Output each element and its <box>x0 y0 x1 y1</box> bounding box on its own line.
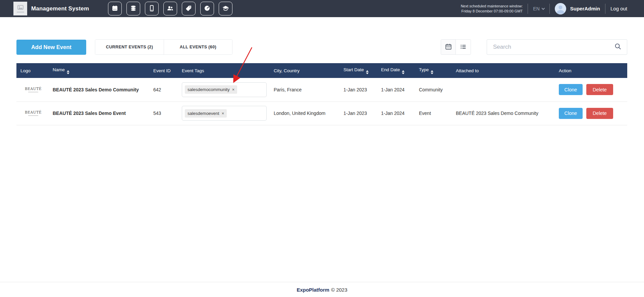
add-new-event-button[interactable]: Add New Event <box>16 40 86 55</box>
clone-button[interactable]: Clone <box>559 84 583 95</box>
mobile-icon <box>148 5 155 13</box>
delete-button[interactable]: Delete <box>586 84 613 95</box>
event-name: BEAUTÉ 2023 Sales Demo Event <box>49 101 149 125</box>
logo-cell: BEAUTÉ <box>16 101 49 125</box>
tab-current-events[interactable]: CURRENT EVENTS (2) <box>95 40 164 54</box>
tag-label: salesdemoevent <box>187 111 219 116</box>
language-selector[interactable]: EN <box>533 6 544 11</box>
column-header-logo: Logo <box>16 63 49 78</box>
end-date: 1-Jan 2024 <box>377 78 415 101</box>
sort-icon[interactable] <box>366 70 369 74</box>
events-toolbar: Add New Event CURRENT EVENTS (2) ALL EVE… <box>16 39 627 55</box>
event-tags-cell: salesdemocommunity × <box>178 78 270 101</box>
tag-icon <box>185 5 192 13</box>
event-type: Event <box>415 101 452 125</box>
calendar-view-icon <box>445 43 452 51</box>
no-image-icon <box>17 5 23 11</box>
delete-button[interactable]: Delete <box>586 108 613 119</box>
nav-speedometer-button[interactable] <box>200 2 214 15</box>
column-header-end-date[interactable]: End Date <box>377 63 415 78</box>
maintenance-line2: Friday 8 December 07:00-09:00 GMT <box>461 9 523 14</box>
start-date: 1-Jan 2023 <box>339 101 377 125</box>
event-name: BEAUTÉ 2023 Sales Demo Community <box>49 78 149 101</box>
event-logo-tagline <box>28 92 38 92</box>
navbar-right: Next scheduled maintenance window: Frida… <box>461 3 627 14</box>
events-tabs: CURRENT EVENTS (2) ALL EVENTS (60) <box>95 39 232 55</box>
event-logo: BEAUTÉ <box>20 111 46 114</box>
sort-icon[interactable] <box>402 70 405 74</box>
nav-mobile-button[interactable] <box>145 2 159 15</box>
app-logo-placeholder[interactable] <box>13 2 27 15</box>
nav-users-button[interactable] <box>163 2 177 15</box>
language-label: EN <box>533 6 539 11</box>
city-country: Paris, France <box>270 78 339 101</box>
event-logo: BEAUTÉ <box>20 87 46 91</box>
divider <box>549 4 550 14</box>
tag-label: salesdemocommunity <box>187 87 230 92</box>
footer-copyright: © 2023 <box>331 287 347 293</box>
event-type: Community <box>415 78 452 101</box>
app-title: Management System <box>31 5 89 12</box>
action-cell: Clone Delete <box>555 101 627 125</box>
nav-tag-button[interactable] <box>182 2 196 15</box>
clone-button[interactable]: Clone <box>559 108 583 119</box>
nav-calendar-button[interactable] <box>108 2 122 15</box>
speedometer-icon <box>204 5 211 13</box>
search-input[interactable] <box>492 43 614 51</box>
event-id: 642 <box>149 78 178 101</box>
remove-tag-icon[interactable]: × <box>232 87 235 92</box>
divider <box>605 4 605 14</box>
remove-tag-icon[interactable]: × <box>222 111 224 116</box>
nav-database-button[interactable] <box>126 2 140 15</box>
maintenance-line1: Next scheduled maintenance window: <box>461 4 523 9</box>
event-logo-tagline <box>28 115 38 116</box>
column-header-name[interactable]: Name <box>49 63 149 78</box>
graduation-cap-icon <box>222 5 229 13</box>
logo-caption-bar <box>17 12 24 12</box>
page-footer: ExpoPlatform © 2023 <box>0 282 644 297</box>
list-view-button[interactable] <box>456 40 471 54</box>
tab-all-events[interactable]: ALL EVENTS (60) <box>164 40 232 54</box>
column-header-action: Action <box>555 63 627 78</box>
footer-brand: ExpoPlatform <box>297 287 329 293</box>
action-cell: Clone Delete <box>555 78 627 101</box>
attached-to <box>452 78 555 101</box>
column-header-type[interactable]: Type <box>415 63 452 78</box>
main-nav <box>108 2 232 15</box>
list-view-icon <box>460 43 467 51</box>
tag-chip: salesdemoevent × <box>185 109 227 118</box>
start-date: 1-Jan 2023 <box>339 78 377 101</box>
view-toggle <box>441 39 471 55</box>
chevron-down-icon <box>541 6 545 10</box>
top-navbar: Management System Next scheduled mainten… <box>0 0 644 17</box>
logo-cell: BEAUTÉ <box>16 78 49 101</box>
city-country: London, United Kingdom <box>270 101 339 125</box>
divider <box>528 4 528 14</box>
event-id: 543 <box>149 101 178 125</box>
end-date: 1-Jan 2024 <box>377 101 415 125</box>
search-box <box>487 39 627 55</box>
event-tags-cell: salesdemoevent × <box>178 101 270 125</box>
table-row: BEAUTÉ BEAUTÉ 2023 Sales Demo Community … <box>16 78 627 101</box>
search-icon[interactable] <box>614 43 622 51</box>
nav-graduation-cap-button[interactable] <box>219 2 232 15</box>
tags-input[interactable]: salesdemoevent × <box>182 106 267 121</box>
attached-to: BEAUTÉ 2023 Sales Demo Community <box>452 101 555 125</box>
logout-button[interactable]: Log out <box>610 6 627 11</box>
table-header-row: Logo Name Event ID Event Tags City, Coun… <box>16 63 627 78</box>
calendar-view-button[interactable] <box>441 40 456 54</box>
maintenance-notice: Next scheduled maintenance window: Frida… <box>461 4 523 14</box>
users-icon <box>167 5 174 13</box>
sort-icon[interactable] <box>67 70 69 74</box>
sort-icon[interactable] <box>431 70 433 74</box>
calendar-icon <box>111 5 118 13</box>
column-header-start-date[interactable]: Start Date <box>339 63 377 78</box>
column-header-attached-to: Attached to <box>452 63 555 78</box>
database-icon <box>130 5 137 13</box>
column-header-event-tags: Event Tags <box>178 63 270 78</box>
avatar[interactable] <box>555 3 566 14</box>
tags-input[interactable]: salesdemocommunity × <box>182 82 267 97</box>
column-header-event-id: Event ID <box>149 63 178 78</box>
user-name[interactable]: SuperAdmin <box>570 6 600 11</box>
table-row: BEAUTÉ BEAUTÉ 2023 Sales Demo Event 543 … <box>16 101 627 125</box>
